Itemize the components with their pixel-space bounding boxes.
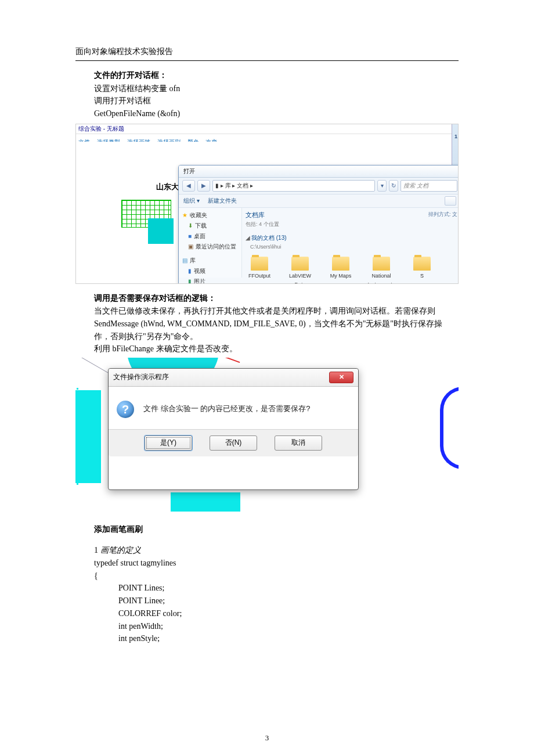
folder-ffoutput[interactable]: FFOutput bbox=[246, 257, 273, 284]
panel-number: 1 bbox=[454, 132, 457, 141]
bg-shape-cyan2 bbox=[171, 492, 240, 512]
dialog-title: 打开 bbox=[179, 165, 459, 178]
bg-shape-bluecurve bbox=[440, 387, 459, 469]
code-line: POINT Linee; bbox=[94, 595, 459, 607]
group-mydocs[interactable]: ◢我的文档 (13) bbox=[246, 233, 457, 243]
close-icon: ✕ bbox=[339, 372, 344, 383]
section-file-open-title: 文件的打开对话框： bbox=[94, 69, 459, 82]
text-getopenfilename: GetOpenFileName (&ofn) bbox=[94, 107, 459, 120]
bg-shape-cyan bbox=[75, 390, 101, 483]
download-icon: ⬇ bbox=[188, 221, 193, 231]
folder-icon bbox=[332, 257, 349, 271]
nav-pane: ★收藏夹 ⬇下载 ■桌面 ▣最近访问的位置 ▤库 ▮视频 ▮图片 ▯文档 bbox=[179, 208, 242, 278]
picture-icon: ▮ bbox=[188, 277, 192, 284]
chevron-down-icon: ◢ bbox=[246, 235, 250, 241]
subsection-pen-def: 1 画笔的定义 bbox=[94, 544, 459, 557]
nav-desktop[interactable]: ■桌面 bbox=[182, 231, 238, 242]
canvas-text: 山东大 bbox=[156, 181, 179, 193]
folder-icon bbox=[251, 257, 268, 271]
library-subheading: 包括: 4 个位置 bbox=[246, 220, 457, 228]
page-number: 3 bbox=[0, 732, 534, 744]
view-options-button[interactable] bbox=[445, 196, 456, 206]
folder-ni[interactable]: National Instruments bbox=[367, 257, 395, 284]
no-button[interactable]: 否(N) bbox=[210, 435, 257, 451]
address-bar[interactable]: ▮ ▸ 库 ▸ 文档 ▸ bbox=[212, 180, 375, 192]
forward-button[interactable]: ▶ bbox=[197, 180, 210, 192]
organize-button[interactable]: 组织 ▾ bbox=[183, 197, 200, 204]
section-save-logic-title: 调用是否需要保存对话框的逻辑： bbox=[94, 292, 459, 305]
page-header: 面向对象编程技术实验报告 bbox=[75, 45, 459, 61]
folder-labview[interactable]: LabVIEW Data bbox=[286, 257, 314, 284]
messagebox-title: 文件操作演示程序 bbox=[113, 372, 169, 383]
text-ofn: 设置对话框结构变量 ofn bbox=[94, 82, 459, 95]
screenshot-save-prompt: 文件操作演示程序 ✕ ? 文件 综合实验一 的内容已经更改，是否需要保存? 是(… bbox=[75, 358, 459, 512]
text-call-open: 调用打开对话框 bbox=[94, 95, 459, 107]
open-file-dialog: 打开 ◀ ▶ ▮ ▸ 库 ▸ 文档 ▸ ▾ ↻ 搜索 文档 组织 ▾ 新建文件夹 bbox=[178, 165, 459, 284]
file-list-pane: 排列方式: 文 文档库 包括: 4 个位置 ◢我的文档 (13) C:\User… bbox=[242, 208, 459, 278]
refresh-button[interactable]: ▾ bbox=[377, 180, 387, 192]
messagebox-text: 文件 综合实验一 的内容已经更改，是否需要保存? bbox=[143, 404, 310, 413]
messagebox: 文件操作演示程序 ✕ ? 文件 综合实验一 的内容已经更改，是否需要保存? 是(… bbox=[108, 368, 359, 490]
recent-icon: ▣ bbox=[188, 242, 193, 251]
nav-videos[interactable]: ▮视频 bbox=[182, 266, 238, 276]
refresh-icon[interactable]: ↻ bbox=[389, 180, 398, 192]
nav-favorites[interactable]: ★收藏夹 bbox=[182, 210, 238, 221]
code-line: POINT Lines; bbox=[94, 582, 459, 595]
folder-s[interactable]: S bbox=[408, 257, 436, 284]
folder-icon bbox=[291, 257, 309, 271]
screenshot-open-dialog: 综合实验 - 无标题 文件 选择类型 选择画笔 选择画刷 颜色 改变 山东大 1… bbox=[75, 124, 459, 284]
library-icon: ▤ bbox=[182, 256, 187, 265]
para-save-logic-1: 当文件已做修改未保存，再执行打开其他文件或者是关闭程序时，调用询问对话框。若需保… bbox=[94, 305, 459, 343]
nav-recent[interactable]: ▣最近访问的位置 bbox=[182, 242, 238, 252]
folder-icon bbox=[413, 257, 431, 271]
code-line: COLORREF color; bbox=[94, 607, 459, 620]
bg-dot bbox=[77, 483, 78, 485]
code-line: typedef struct tagmylines bbox=[94, 557, 459, 570]
folder-mymaps[interactable]: My Maps bbox=[327, 257, 355, 284]
folder-icon bbox=[373, 257, 390, 271]
arrange-by[interactable]: 排列方式: 文 bbox=[428, 210, 457, 218]
app-titlebar: 综合实验 - 无标题 bbox=[76, 124, 458, 134]
code-line: int penStyle; bbox=[94, 632, 459, 645]
bg-dot bbox=[77, 388, 78, 390]
nav-libraries[interactable]: ▤库 bbox=[182, 255, 238, 266]
star-icon: ★ bbox=[182, 211, 187, 220]
group-path: C:\Users\lihui bbox=[250, 243, 457, 251]
video-icon: ▮ bbox=[188, 267, 192, 276]
nav-downloads[interactable]: ⬇下载 bbox=[182, 221, 238, 231]
new-folder-button[interactable]: 新建文件夹 bbox=[208, 197, 237, 204]
search-input[interactable]: 搜索 文档 bbox=[400, 180, 457, 192]
back-button[interactable]: ◀ bbox=[182, 180, 195, 192]
nav-pictures[interactable]: ▮图片 bbox=[182, 276, 238, 284]
cancel-button[interactable]: 取消 bbox=[275, 435, 322, 451]
close-button[interactable]: ✕ bbox=[329, 372, 353, 383]
library-heading: 文档库 bbox=[246, 210, 457, 221]
yes-button[interactable]: 是(Y) bbox=[145, 435, 192, 451]
question-icon: ? bbox=[117, 401, 134, 418]
section-pen-brush-title: 添加画笔画刷 bbox=[94, 523, 459, 536]
code-line: { bbox=[94, 570, 459, 582]
code-line: int penWidth; bbox=[94, 620, 459, 633]
canvas-cyan-shape bbox=[148, 218, 174, 244]
para-save-logic-2: 利用 bFileChange 来确定文件是否改变。 bbox=[94, 343, 459, 355]
desktop-icon: ■ bbox=[188, 232, 192, 241]
